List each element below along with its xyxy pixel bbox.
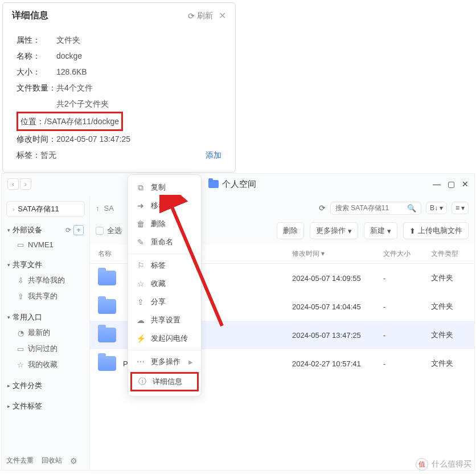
- row-size: -: [383, 303, 431, 311]
- row-type: 文件夹: [431, 301, 466, 312]
- bolt-icon: ⚡: [136, 334, 145, 343]
- refresh-label: 刷新: [197, 11, 213, 21]
- upload-button[interactable]: ⬆上传电脑文件: [403, 222, 469, 239]
- sb-ext[interactable]: 外部设备: [13, 225, 42, 235]
- tag-value: 暂无: [40, 150, 56, 160]
- close-window-icon[interactable]: ✕: [462, 179, 469, 189]
- row-size: -: [383, 274, 431, 283]
- size-value: 128.6KB: [56, 64, 87, 80]
- row-time: 2024-02-27 10:57:41: [292, 359, 383, 368]
- watermark: 值 什么值得买: [416, 458, 471, 471]
- dialog-title: 详细信息: [12, 10, 48, 22]
- chevron-right-icon[interactable]: ▸: [7, 403, 10, 409]
- row-time: 2024-05-07 13:47:25: [292, 331, 383, 340]
- sb-cat[interactable]: 文件分类: [13, 381, 42, 391]
- sort-button[interactable]: B↓▾: [426, 202, 447, 214]
- mtime-value: 2024-05-07 13:47:25: [56, 131, 130, 147]
- folder-icon: [208, 180, 219, 188]
- ctx-more[interactable]: ⋯更多操作▶: [128, 353, 201, 371]
- sidebar-item-favorites[interactable]: ☆我的收藏: [6, 357, 85, 373]
- sb-share[interactable]: 共享文件: [13, 260, 42, 270]
- dedupe-link[interactable]: 文件去重: [6, 456, 34, 465]
- sidebar: › SATA存储11 ▾外部设备 ⟳+ ▭NVME1 ▾共享文件 ⇩共享给我的 …: [2, 197, 90, 470]
- ctx-rename[interactable]: ✎重命名: [128, 233, 201, 251]
- trash-icon: 🗑: [136, 219, 145, 228]
- drive-icon: ▭: [17, 240, 24, 249]
- loc-value: /SATA存储11/dockge: [44, 117, 119, 126]
- user-icon: ⇧: [17, 292, 24, 301]
- chevron-right-icon[interactable]: ▸: [7, 383, 10, 389]
- ctx-flash[interactable]: ⚡发起闪电传: [128, 329, 201, 348]
- chevron-down-icon[interactable]: ▾: [7, 314, 10, 320]
- sidebar-item-my-shared[interactable]: ⇧我共享的: [6, 288, 85, 304]
- maximize-icon[interactable]: ▢: [448, 179, 455, 189]
- search-icon[interactable]: 🔍: [407, 204, 416, 213]
- ctx-delete[interactable]: 🗑删除: [128, 215, 201, 233]
- sidebar-item-recent[interactable]: ◔最新的: [6, 325, 85, 341]
- row-type: 文件夹: [431, 358, 466, 369]
- count-files: 共4个文件: [56, 80, 93, 96]
- rename-icon: ✎: [136, 238, 145, 247]
- minimize-icon[interactable]: ―: [433, 179, 441, 189]
- bookmark-icon: ⚐: [136, 261, 145, 270]
- add-device-button[interactable]: +: [73, 225, 84, 235]
- path-chip[interactable]: › SATA存储11: [6, 201, 85, 217]
- search-box[interactable]: 🔍: [330, 202, 421, 215]
- close-icon[interactable]: ✕: [219, 10, 226, 21]
- up-button[interactable]: ↑: [96, 204, 100, 213]
- ctx-fav[interactable]: ☆收藏: [128, 275, 201, 293]
- user-icon: ⇩: [17, 276, 24, 285]
- col-time[interactable]: 修改时间 ▾: [292, 249, 383, 259]
- sb-entry[interactable]: 常用入口: [13, 312, 42, 322]
- history-icon: ▭: [17, 345, 24, 353]
- checkbox-icon[interactable]: [96, 227, 104, 235]
- size-label: 大小：: [17, 64, 56, 80]
- refresh-button[interactable]: ⟳ 刷新: [188, 11, 213, 21]
- sidebar-item-visited[interactable]: ▭访问过的: [6, 341, 85, 357]
- add-tag-link[interactable]: 添加: [206, 147, 221, 163]
- nav-forward-button[interactable]: ›: [20, 178, 31, 190]
- ctx-detail[interactable]: ⓘ详细信息: [130, 372, 199, 391]
- row-type: 文件夹: [431, 330, 466, 340]
- row-time: 2024-05-07 14:04:45: [292, 303, 383, 311]
- ctx-move[interactable]: ➜移动: [128, 197, 201, 215]
- nav-back-button[interactable]: ‹: [7, 178, 19, 190]
- folder-icon: [98, 328, 116, 342]
- search-input[interactable]: [335, 204, 404, 212]
- sidebar-item-shared-to-me[interactable]: ⇩共享给我的: [6, 272, 85, 288]
- chevron-down-icon: ▾: [387, 227, 391, 235]
- folder-icon: [98, 299, 116, 314]
- chevron-down-icon: ▾: [440, 204, 443, 212]
- sb-tag[interactable]: 文件标签: [13, 401, 42, 411]
- ctx-share[interactable]: ⇪分享: [128, 293, 201, 311]
- ctx-copy[interactable]: ⧉复制: [128, 178, 201, 197]
- col-type[interactable]: 文件类型: [431, 249, 466, 259]
- ctx-tag[interactable]: ⚐标签: [128, 256, 201, 275]
- chevron-down-icon: ▾: [348, 227, 352, 235]
- trash-link[interactable]: 回收站: [42, 456, 62, 465]
- move-icon: ➜: [136, 201, 145, 210]
- sidebar-item-nvme1[interactable]: ▭NVME1: [6, 238, 85, 252]
- col-size[interactable]: 文件大小: [383, 249, 431, 259]
- star-icon: ☆: [17, 361, 24, 369]
- window-title: 个人空间: [222, 179, 256, 190]
- attr-value: 文件夹: [56, 32, 80, 48]
- select-all[interactable]: 全选: [96, 226, 122, 236]
- view-button[interactable]: ≡▾: [452, 202, 469, 214]
- more-actions-button[interactable]: 更多操作▾: [310, 222, 358, 239]
- reload-button[interactable]: ⟳: [319, 203, 326, 213]
- delete-button[interactable]: 删除: [277, 222, 304, 239]
- path-prefix: SA: [104, 204, 114, 213]
- loc-label: 位置：: [20, 117, 44, 126]
- info-icon: ⓘ: [138, 377, 147, 387]
- new-button[interactable]: 新建▾: [364, 222, 397, 239]
- ctx-shareset[interactable]: ☁共享设置: [128, 311, 201, 329]
- chevron-down-icon: ▾: [461, 204, 465, 212]
- row-time: 2024-05-07 14:09:55: [292, 274, 383, 283]
- refresh-small-icon[interactable]: ⟳: [65, 226, 71, 234]
- chevron-down-icon[interactable]: ▾: [7, 227, 10, 233]
- chevron-down-icon[interactable]: ▾: [7, 262, 10, 268]
- gear-icon[interactable]: ⚙: [70, 456, 77, 465]
- location-highlight: 位置：/SATA存储11/dockge: [17, 112, 123, 131]
- settings-icon: ☁: [136, 316, 145, 325]
